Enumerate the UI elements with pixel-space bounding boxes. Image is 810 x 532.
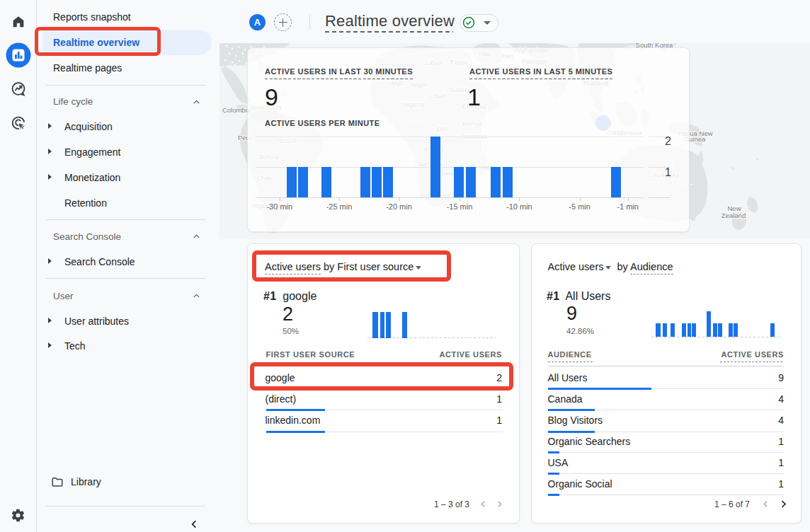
svg-text:Zealand: Zealand: [721, 212, 746, 219]
